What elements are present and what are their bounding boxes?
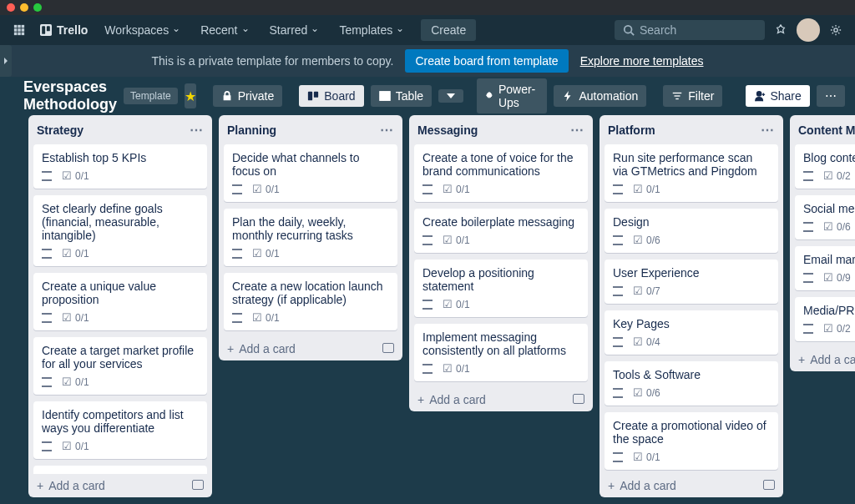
mac-minimize-icon[interactable] bbox=[20, 3, 28, 12]
card[interactable]: Create a target market profile for all y… bbox=[33, 337, 207, 395]
card[interactable]: Run site performance scan via GTMetrics … bbox=[605, 144, 778, 202]
card[interactable]: Decide what channels to focus on0/1 bbox=[224, 144, 397, 202]
sidebar-expand-toggle[interactable] bbox=[0, 45, 12, 77]
list-menu-button[interactable]: ⋯ bbox=[380, 122, 394, 138]
view-switcher-dropdown[interactable] bbox=[438, 89, 463, 103]
notifications-icon[interactable] bbox=[768, 18, 793, 43]
list-header[interactable]: Planning⋯ bbox=[219, 115, 402, 144]
description-icon bbox=[42, 171, 52, 181]
checklist-icon bbox=[252, 311, 262, 324]
list-menu-button[interactable]: ⋯ bbox=[761, 122, 775, 138]
card[interactable]: Create a new location launch strategy (i… bbox=[224, 273, 397, 330]
card-template-icon[interactable] bbox=[763, 479, 775, 492]
add-card-button[interactable]: +Add a card bbox=[219, 337, 402, 360]
card-template-icon[interactable] bbox=[382, 342, 394, 355]
card[interactable]: User Experience0/7 bbox=[605, 260, 778, 304]
visibility-private-button[interactable]: Private bbox=[213, 85, 283, 107]
list: Planning⋯Decide what channels to focus o… bbox=[219, 115, 402, 360]
template-badge[interactable]: Template bbox=[124, 88, 178, 104]
checklist-count: 0/1 bbox=[456, 234, 470, 246]
settings-gear-icon[interactable] bbox=[823, 18, 848, 43]
card[interactable]: Create a tone of voice for the brand com… bbox=[414, 144, 588, 202]
automation-button[interactable]: Automation bbox=[554, 85, 646, 107]
list-header[interactable]: Strategy⋯ bbox=[28, 115, 212, 144]
checklist-badge: 0/1 bbox=[62, 375, 89, 388]
svg-rect-16 bbox=[314, 92, 318, 98]
explore-templates-link[interactable]: Explore more templates bbox=[580, 54, 704, 68]
list-menu-button[interactable]: ⋯ bbox=[570, 122, 584, 138]
description-icon bbox=[613, 337, 623, 347]
apps-grid-icon[interactable] bbox=[7, 18, 32, 43]
view-board-button[interactable]: Board bbox=[299, 85, 363, 107]
card-title: Run site performance scan via GTMetrics … bbox=[613, 151, 770, 178]
add-card-button[interactable]: +Add a card bbox=[600, 474, 783, 497]
list-header[interactable]: Content Marketing⋯ bbox=[790, 115, 855, 144]
power-ups-button[interactable]: Power-Ups bbox=[477, 78, 547, 113]
list-title[interactable]: Platform bbox=[608, 123, 655, 137]
checklist-badge: 0/4 bbox=[633, 335, 660, 348]
add-card-button[interactable]: +Add a card bbox=[790, 348, 855, 371]
nav-templates[interactable]: Templates bbox=[331, 20, 412, 40]
view-table-button[interactable]: Table bbox=[371, 85, 432, 107]
chevron-down-icon bbox=[447, 93, 455, 98]
checklist-count: 0/9 bbox=[837, 272, 851, 284]
card[interactable]: Design0/6 bbox=[605, 209, 778, 253]
card[interactable]: Media/PR0/2 bbox=[795, 297, 855, 341]
card-template-icon[interactable] bbox=[573, 393, 584, 406]
checklist-icon bbox=[252, 247, 262, 260]
svg-rect-10 bbox=[42, 26, 45, 34]
mac-zoom-icon[interactable] bbox=[33, 3, 42, 12]
add-card-label: Add a card bbox=[239, 342, 296, 355]
card[interactable]: Plan the daily, weekly, monthly recurrin… bbox=[224, 209, 397, 266]
add-card-button[interactable]: +Add a card bbox=[409, 388, 593, 411]
svg-rect-17 bbox=[380, 92, 390, 101]
card[interactable]: Develop a positioning statement0/1 bbox=[414, 260, 588, 317]
svg-rect-9 bbox=[40, 24, 52, 36]
star-button[interactable]: ★ bbox=[185, 83, 196, 108]
card[interactable]: Establish top 5 KPIs0/1 bbox=[33, 144, 207, 189]
user-avatar[interactable] bbox=[797, 18, 820, 42]
checklist-icon bbox=[443, 298, 453, 310]
card[interactable]: Create boilerplate messaging0/1 bbox=[414, 209, 588, 253]
list-menu-button[interactable]: ⋯ bbox=[190, 122, 204, 138]
search-input[interactable]: Search bbox=[615, 20, 765, 40]
list-title[interactable]: Planning bbox=[227, 123, 276, 137]
add-card-button[interactable]: +Add a card bbox=[28, 474, 212, 497]
svg-rect-0 bbox=[14, 25, 18, 28]
trello-logo[interactable]: Trello bbox=[35, 23, 93, 37]
card[interactable]: Identify competitors and list ways you d… bbox=[33, 401, 207, 459]
card[interactable]: Create a promotional video of the space0… bbox=[605, 412, 778, 470]
card[interactable]: Blog content0/2 bbox=[795, 144, 855, 189]
card-badges: 0/4 bbox=[613, 335, 770, 348]
create-button[interactable]: Create bbox=[421, 19, 476, 41]
card[interactable]: Create a unique value proposition0/1 bbox=[33, 273, 207, 330]
board-menu-button[interactable]: ⋯ bbox=[817, 85, 845, 107]
list-title[interactable]: Messaging bbox=[417, 123, 478, 137]
nav-starred[interactable]: Starred bbox=[261, 20, 328, 40]
description-icon bbox=[613, 235, 623, 245]
svg-rect-6 bbox=[14, 33, 18, 36]
share-button[interactable]: Share bbox=[746, 85, 809, 107]
board-canvas[interactable]: Strategy⋯Establish top 5 KPIs0/1Set clea… bbox=[0, 115, 855, 504]
nav-recent[interactable]: Recent bbox=[192, 20, 257, 40]
card[interactable]: Tools & Software0/6 bbox=[605, 361, 778, 406]
mac-close-icon[interactable] bbox=[7, 3, 15, 12]
card[interactable]: Create a member feedback survey to learn… bbox=[33, 466, 207, 474]
card[interactable]: Key Pages0/4 bbox=[605, 310, 778, 355]
card-title: Create a promotional video of the space bbox=[613, 419, 770, 446]
card[interactable]: Set clearly define goals (financial, mea… bbox=[33, 195, 207, 266]
list-header[interactable]: Messaging⋯ bbox=[409, 115, 593, 144]
card[interactable]: Implement messaging consistently on all … bbox=[414, 324, 588, 381]
nav-workspaces[interactable]: Workspaces bbox=[96, 20, 189, 40]
card[interactable]: Email marketing0/9 bbox=[795, 246, 855, 290]
list-title[interactable]: Content Marketing bbox=[798, 123, 855, 137]
create-board-from-template-button[interactable]: Create board from template bbox=[405, 49, 568, 73]
filter-button[interactable]: Filter bbox=[663, 85, 722, 107]
board-title[interactable]: Everspaces Methodology bbox=[23, 78, 117, 113]
list-title[interactable]: Strategy bbox=[37, 123, 83, 137]
card-template-icon[interactable] bbox=[192, 479, 204, 492]
card[interactable]: Social media0/6 bbox=[795, 195, 855, 239]
card-title: Develop a positioning statement bbox=[422, 266, 579, 293]
list-header[interactable]: Platform⋯ bbox=[600, 115, 783, 144]
checklist-badge: 0/1 bbox=[633, 183, 660, 195]
